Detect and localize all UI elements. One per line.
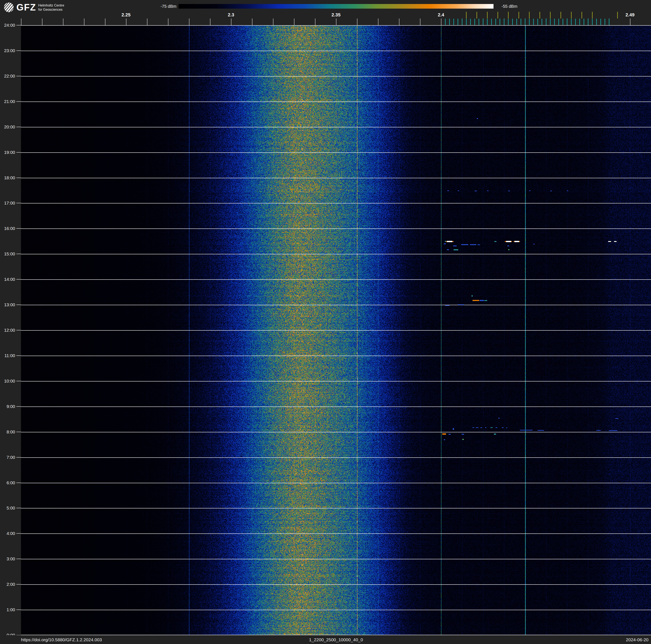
time-label: 17:00 <box>0 201 15 206</box>
time-tick <box>17 76 21 76</box>
freq-axis: 2.252.32.352.42.49 <box>0 0 651 25</box>
time-tick <box>17 228 21 229</box>
wifi-channel-tick <box>519 12 519 19</box>
freq-tick <box>441 19 441 25</box>
time-label: 4:00 <box>0 531 15 536</box>
freq-tick <box>21 19 22 25</box>
time-tick <box>17 304 21 305</box>
ble-channel-tick <box>529 19 530 25</box>
ble-channel-tick <box>517 19 517 25</box>
ble-channel-tick <box>609 19 610 25</box>
time-tick <box>17 432 21 432</box>
wifi-channel-tick <box>571 12 571 19</box>
freq-tick <box>105 19 105 25</box>
time-label: 24:00 <box>0 23 15 28</box>
time-tick <box>17 279 21 280</box>
freq-tick <box>336 19 336 25</box>
time-tick <box>17 482 21 483</box>
freq-tick-label: 2.4 <box>438 12 444 18</box>
time-label: 16:00 <box>0 226 15 231</box>
time-label: 3:00 <box>0 556 15 561</box>
ble-channel-tick <box>483 19 484 25</box>
freq-tick <box>84 19 85 25</box>
time-label: 9:00 <box>0 404 15 409</box>
time-tick <box>17 51 21 51</box>
ble-channel-tick <box>474 19 475 25</box>
freq-tick <box>126 19 126 25</box>
ble-channel-tick <box>571 19 571 25</box>
time-label: 22:00 <box>0 74 15 79</box>
time-label: 23:00 <box>0 48 15 53</box>
ble-channel-tick <box>462 19 462 25</box>
time-tick <box>17 254 21 254</box>
time-tick <box>17 533 21 534</box>
time-tick <box>17 355 21 356</box>
ble-channel-tick <box>550 19 551 25</box>
wifi-channel-tick <box>476 12 477 19</box>
time-label: 5:00 <box>0 505 15 510</box>
time-label: 10:00 <box>0 379 15 384</box>
filename-text: 1_2200_2500_10000_40_0 <box>21 635 651 644</box>
time-label: 8:00 <box>0 430 15 435</box>
ble-channel-tick <box>584 19 584 25</box>
ble-channel-tick <box>454 19 454 25</box>
ble-channel-tick <box>478 19 479 25</box>
wifi-channel-tick <box>560 12 561 19</box>
freq-tick-label: 2.25 <box>122 12 131 18</box>
ble-channel-tick <box>449 19 450 25</box>
wifi-channel-tick <box>466 12 467 19</box>
freq-tick-label: 2.49 <box>626 12 634 18</box>
ble-channel-tick <box>504 19 504 25</box>
ble-channel-tick <box>537 19 538 25</box>
time-label: 19:00 <box>0 150 15 155</box>
freq-tick <box>210 19 210 25</box>
ble-channel-tick <box>525 19 525 25</box>
time-tick <box>17 127 21 127</box>
freq-tick <box>147 19 148 25</box>
freq-tick <box>357 19 358 25</box>
wifi-channel-tick <box>539 12 540 19</box>
time-label: 11:00 <box>0 353 15 358</box>
ble-channel-tick <box>445 19 445 25</box>
time-label: 12:00 <box>0 328 15 333</box>
time-tick <box>17 559 21 559</box>
time-axis: 24:0023:0022:0021:0020:0019:0018:0017:00… <box>0 0 21 644</box>
ble-channel-tick <box>458 19 458 25</box>
freq-tick <box>399 19 399 25</box>
freq-tick <box>420 19 421 25</box>
ble-channel-tick <box>546 19 547 25</box>
ble-channel-tick <box>575 19 576 25</box>
time-tick <box>17 508 21 508</box>
ble-channel-tick <box>600 19 601 25</box>
spectrogram-page: GFZ Helmholtz Centre for Geosciences -75… <box>0 0 651 644</box>
time-label: 21:00 <box>0 99 15 104</box>
freq-tick <box>168 19 168 25</box>
time-label: 15:00 <box>0 252 15 257</box>
ble-channel-tick <box>508 19 508 25</box>
time-tick <box>17 203 21 203</box>
date-text: 2024-06-20 <box>626 635 649 644</box>
ble-channel-tick <box>466 19 467 25</box>
ble-channel-tick <box>596 19 597 25</box>
ble-channel-tick <box>604 19 605 25</box>
freq-tick <box>252 19 252 25</box>
spectrogram-canvas <box>21 25 651 635</box>
footer: https://doi.org/10.5880/GFZ.1.2.2024.003… <box>0 635 651 644</box>
freq-tick <box>42 19 42 25</box>
ble-channel-tick <box>554 19 555 25</box>
time-tick <box>17 457 21 458</box>
time-label: 1:00 <box>0 607 15 612</box>
time-label: 13:00 <box>0 302 15 307</box>
time-label: 18:00 <box>0 175 15 180</box>
wifi-channel-tick <box>487 12 488 19</box>
ble-channel-tick <box>495 19 496 25</box>
time-label: 7:00 <box>0 455 15 460</box>
wifi-channel-tick <box>497 12 498 19</box>
freq-tick <box>378 19 378 25</box>
time-tick <box>17 610 21 610</box>
freq-tick <box>63 19 63 25</box>
ble-channel-tick <box>588 19 588 25</box>
ble-channel-tick <box>487 19 488 25</box>
freq-tick <box>630 19 630 25</box>
freq-tick-label: 2.3 <box>228 12 235 18</box>
